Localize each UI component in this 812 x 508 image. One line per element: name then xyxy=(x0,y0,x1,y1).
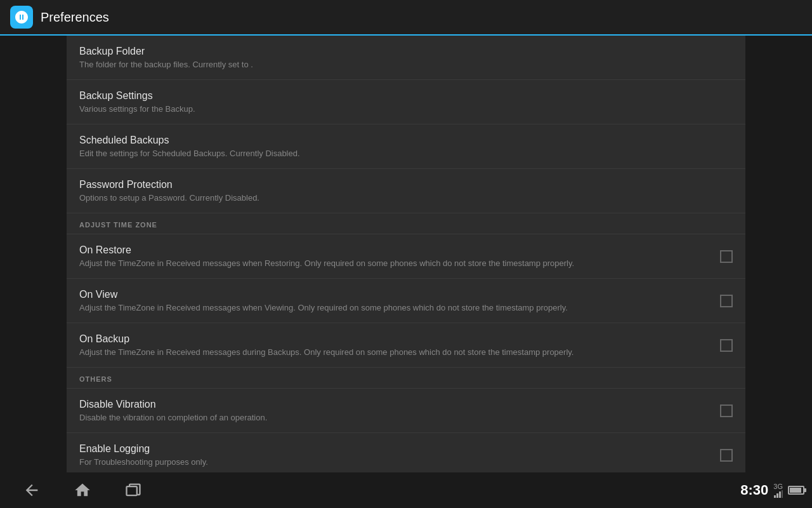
pref-item-on-backup[interactable]: On Backup Adjust the TimeZone in Receive… xyxy=(67,323,745,368)
pref-title-backup-settings: Backup Settings xyxy=(79,90,733,102)
checkbox-enable-logging[interactable] xyxy=(720,449,733,462)
pref-title-on-backup: On Backup xyxy=(79,333,710,345)
pref-title-backup-folder: Backup Folder xyxy=(79,46,733,57)
checkbox-on-backup[interactable] xyxy=(720,339,733,352)
pref-item-password-protection[interactable]: Password Protection Options to setup a P… xyxy=(67,169,745,213)
pref-item-backup-settings[interactable]: Backup Settings Various settings for the… xyxy=(67,80,745,124)
checkbox-disable-vibration[interactable] xyxy=(720,404,733,417)
svg-rect-2 xyxy=(776,493,778,498)
pref-title-on-view: On View xyxy=(79,289,710,300)
pref-title-enable-logging: Enable Logging xyxy=(79,443,710,455)
pref-title-disable-vibration: Disable Vibration xyxy=(79,399,710,410)
battery-indicator xyxy=(788,486,804,495)
signal-indicator: 3G xyxy=(773,483,783,498)
pref-desc-backup-folder: The folder for the backup files. Current… xyxy=(79,60,733,69)
section-header-adjust-time-zone: ADJUST TIME ZONE xyxy=(67,213,745,234)
pref-item-scheduled-backups[interactable]: Scheduled Backups Edit the settings for … xyxy=(67,124,745,169)
svg-rect-0 xyxy=(127,486,137,495)
pref-desc-on-backup: Adjust the TimeZone in Received messages… xyxy=(79,347,710,357)
preferences-list: Backup Folder The folder for the backup … xyxy=(67,36,745,472)
pref-title-on-restore: On Restore xyxy=(79,244,710,256)
pref-desc-password-protection: Options to setup a Password. Currently D… xyxy=(79,193,733,203)
svg-rect-4 xyxy=(782,490,783,498)
battery-fill xyxy=(790,488,801,493)
pref-title-password-protection: Password Protection xyxy=(79,179,733,190)
back-button[interactable] xyxy=(13,478,51,503)
svg-rect-1 xyxy=(774,495,776,498)
recent-apps-button[interactable] xyxy=(114,478,152,503)
pref-item-on-view[interactable]: On View Adjust the TimeZone in Received … xyxy=(67,279,745,323)
pref-desc-on-restore: Adjust the TimeZone in Received messages… xyxy=(79,258,710,268)
top-bar: Preferences xyxy=(0,0,812,36)
checkbox-on-view[interactable] xyxy=(720,295,733,307)
pref-desc-enable-logging: For Troubleshooting purposes only. xyxy=(79,457,710,467)
pref-desc-disable-vibration: Disable the vibration on completion of a… xyxy=(79,413,710,422)
checkbox-on-restore[interactable] xyxy=(720,250,733,263)
status-bar: 8:30 3G xyxy=(740,472,812,508)
pref-item-on-restore[interactable]: On Restore Adjust the TimeZone in Receiv… xyxy=(67,234,745,279)
svg-rect-3 xyxy=(779,491,781,498)
app-icon xyxy=(10,6,33,29)
pref-desc-backup-settings: Various settings for the Backup. xyxy=(79,104,733,114)
pref-desc-on-view: Adjust the TimeZone in Received messages… xyxy=(79,303,710,312)
pref-item-disable-vibration[interactable]: Disable Vibration Disable the vibration … xyxy=(67,389,745,433)
signal-label: 3G xyxy=(773,483,783,490)
pref-title-scheduled-backups: Scheduled Backups xyxy=(79,135,733,146)
pref-item-backup-folder[interactable]: Backup Folder The folder for the backup … xyxy=(67,36,745,80)
section-header-others: OTHERS xyxy=(67,368,745,389)
pref-desc-scheduled-backups: Edit the settings for Scheduled Backups.… xyxy=(79,149,733,158)
page-title: Preferences xyxy=(41,10,109,25)
bottom-nav-bar: 8:30 3G xyxy=(0,472,812,508)
pref-item-enable-logging[interactable]: Enable Logging For Troubleshooting purpo… xyxy=(67,433,745,472)
clock-display: 8:30 xyxy=(740,482,768,498)
home-button[interactable] xyxy=(63,478,102,503)
